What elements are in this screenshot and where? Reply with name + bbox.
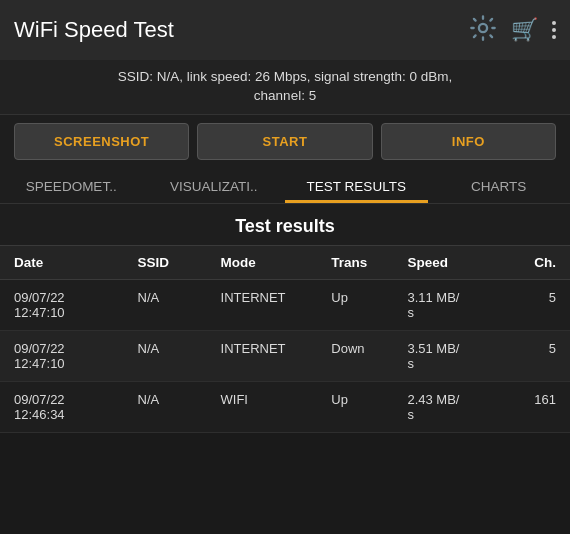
cell-date: 09/07/22 12:46:34 xyxy=(0,381,132,432)
results-title: Test results xyxy=(0,204,570,246)
cell-ch: 5 xyxy=(512,279,570,330)
results-table: Date SSID Mode Trans Speed Ch. 09/07/22 … xyxy=(0,246,570,433)
tab-test-results[interactable]: TEST RESULTS xyxy=(285,168,428,203)
cart-icon[interactable]: 🛒 xyxy=(511,17,538,43)
cell-speed: 3.51 MB/ s xyxy=(401,330,512,381)
app-header: WiFi Speed Test 🛒 xyxy=(0,0,570,60)
cell-ssid: N/A xyxy=(132,279,215,330)
cell-date: 09/07/22 12:47:10 xyxy=(0,279,132,330)
content-area: Test results Date SSID Mode Trans Speed … xyxy=(0,204,570,433)
action-buttons: SCREENSHOT START INFO xyxy=(0,115,570,168)
col-header-ssid: SSID xyxy=(132,246,215,280)
cell-trans: Up xyxy=(325,279,401,330)
tab-charts[interactable]: CHARTS xyxy=(428,168,571,203)
table-row: 09/07/22 12:46:34N/AWIFIUp2.43 MB/ s161 xyxy=(0,381,570,432)
cell-mode: WIFI xyxy=(215,381,326,432)
cell-date: 09/07/22 12:47:10 xyxy=(0,330,132,381)
cell-speed: 3.11 MB/ s xyxy=(401,279,512,330)
app-title: WiFi Speed Test xyxy=(14,17,174,43)
settings-icon[interactable] xyxy=(469,14,497,46)
info-text-line1: SSID: N/A, link speed: 26 Mbps, signal s… xyxy=(118,69,453,84)
col-header-trans: Trans xyxy=(325,246,401,280)
svg-point-0 xyxy=(479,24,487,32)
start-button[interactable]: START xyxy=(197,123,372,160)
cell-trans: Up xyxy=(325,381,401,432)
cell-speed: 2.43 MB/ s xyxy=(401,381,512,432)
info-button[interactable]: INFO xyxy=(381,123,556,160)
col-header-speed: Speed xyxy=(401,246,512,280)
info-bar: SSID: N/A, link speed: 26 Mbps, signal s… xyxy=(0,60,570,115)
col-header-date: Date xyxy=(0,246,132,280)
cell-mode: INTERNET xyxy=(215,279,326,330)
info-text-line2: channel: 5 xyxy=(254,88,316,103)
cell-ssid: N/A xyxy=(132,381,215,432)
col-header-ch: Ch. xyxy=(512,246,570,280)
tab-visualization[interactable]: VISUALIZATI.. xyxy=(143,168,286,203)
header-icons: 🛒 xyxy=(469,14,556,46)
screenshot-button[interactable]: SCREENSHOT xyxy=(14,123,189,160)
table-row: 09/07/22 12:47:10N/AINTERNETDown3.51 MB/… xyxy=(0,330,570,381)
cell-ssid: N/A xyxy=(132,330,215,381)
cell-mode: INTERNET xyxy=(215,330,326,381)
table-row: 09/07/22 12:47:10N/AINTERNETUp3.11 MB/ s… xyxy=(0,279,570,330)
more-options-icon[interactable] xyxy=(552,21,556,39)
cell-trans: Down xyxy=(325,330,401,381)
table-header-row: Date SSID Mode Trans Speed Ch. xyxy=(0,246,570,280)
tab-speedometer[interactable]: SPEEDOMET.. xyxy=(0,168,143,203)
cell-ch: 161 xyxy=(512,381,570,432)
tabs-bar: SPEEDOMET.. VISUALIZATI.. TEST RESULTS C… xyxy=(0,168,570,204)
cell-ch: 5 xyxy=(512,330,570,381)
col-header-mode: Mode xyxy=(215,246,326,280)
